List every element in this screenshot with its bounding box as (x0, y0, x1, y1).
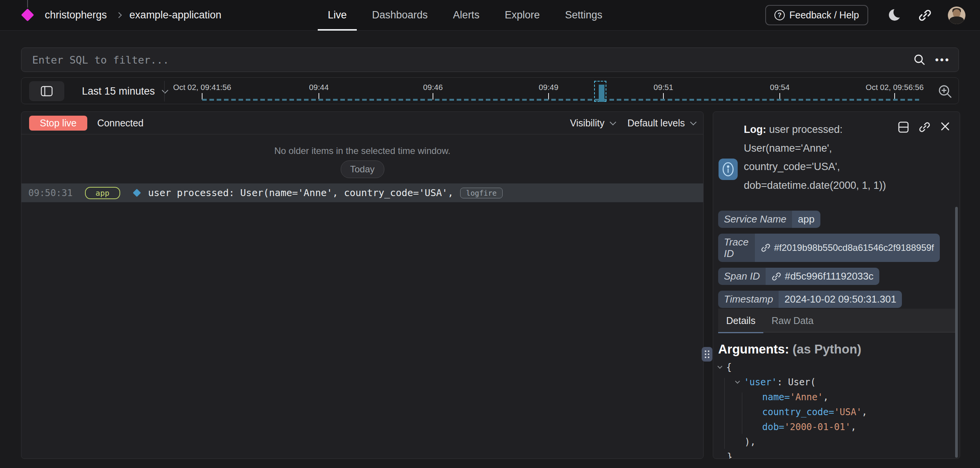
arguments-heading: Arguments: (as Python) (718, 342, 861, 357)
code-token: '2000-01-01' (784, 422, 851, 432)
arguments-code: {'user': User(name='Anne',country_code='… (718, 360, 867, 459)
dock-panel-icon[interactable] (898, 121, 909, 133)
sidebar-toggle-button[interactable] (29, 81, 64, 101)
chevron-down-icon (162, 87, 168, 93)
logfire-logo-icon[interactable] (23, 0, 33, 31)
feedback-help-label: Feedback / Help (789, 10, 859, 21)
breadcrumb-org[interactable]: christophergs (45, 9, 107, 21)
logo-stem (27, 0, 28, 8)
code-token: 'USA' (834, 407, 862, 417)
live-log-list: Stop live Connected Visibility Default l… (21, 111, 704, 459)
code-token: : (777, 377, 788, 388)
code-token: dob= (762, 422, 784, 432)
code-line: } (718, 449, 867, 459)
log-level-diamond-icon (133, 189, 141, 197)
logo-diamond (21, 8, 34, 21)
code-token: , (862, 407, 867, 417)
link-icon (761, 243, 771, 253)
search-icon[interactable] (913, 53, 926, 66)
empty-window-message: No older items in the selected time wind… (21, 146, 703, 156)
panel-resize-handle[interactable] (702, 347, 712, 362)
panel-actions (898, 121, 951, 133)
log-row[interactable]: 09:50:31 app user processed: User(name='… (21, 183, 703, 202)
tab-live[interactable]: Live (318, 0, 357, 31)
code-line: dob='2000-01-01', (718, 419, 867, 434)
nav-tabs: LiveDashboardsAlertsExploreSettings (318, 0, 617, 31)
tab-settings[interactable]: Settings (555, 0, 612, 31)
code-line: 'user': User( (718, 375, 867, 389)
info-level-icon (719, 159, 738, 180)
attribute-label: Timestamp (718, 291, 779, 308)
breadcrumb-chevron-icon (116, 12, 122, 18)
tab-explore[interactable]: Explore (495, 0, 550, 31)
attribute-label: Trace ID (718, 234, 755, 262)
top-nav: christophergs example-application LiveDa… (0, 0, 980, 31)
share-link-icon[interactable] (918, 8, 932, 22)
chevron-down-icon (690, 119, 697, 125)
sql-filter-bar: Enter SQL to filter... ••• (21, 47, 959, 72)
attribute-value: 2024-10-02 09:50:31.301 (779, 291, 902, 308)
timeline-bar: Last 15 minutes Oct 02, 09:41:5609:4409:… (21, 77, 959, 104)
code-token: { (726, 362, 732, 373)
default-levels-dropdown[interactable]: Default levels (627, 118, 695, 129)
feedback-help-button[interactable]: ? Feedback / Help (765, 5, 868, 25)
logfire-tag[interactable]: logfire (460, 188, 502, 198)
attribute-badges: Service NameappTrace ID#f2019b98b550cd8a… (718, 211, 940, 308)
sidebar-icon (41, 86, 53, 97)
code-token: } (727, 452, 732, 459)
attribute-value[interactable]: #d5c996f11192033c (766, 268, 879, 285)
histogram-spike (599, 85, 604, 102)
detail-tab-raw-data[interactable]: Raw Data (763, 309, 822, 332)
axis-tick-label: 09:46 (423, 83, 443, 92)
time-range-dropdown[interactable]: Last 15 minutes (82, 78, 167, 105)
list-toolbar: Stop live Connected Visibility Default l… (21, 112, 703, 134)
sql-filter-input[interactable]: Enter SQL to filter... (21, 54, 913, 66)
log-time: 09:50:31 (28, 188, 73, 198)
close-icon[interactable] (940, 121, 951, 132)
attribute-timestamp: Timestamp2024-10-02 09:50:31.301 (718, 291, 902, 308)
collapse-chevron-icon[interactable] (735, 379, 740, 384)
code-line: ), (718, 434, 867, 449)
question-icon: ? (774, 10, 785, 20)
attribute-trace-id[interactable]: Trace ID#f2019b98b550cd8a61546c2f9188959… (718, 234, 940, 262)
link-icon (771, 272, 781, 281)
header-right: ? Feedback / Help (765, 5, 965, 25)
user-avatar[interactable] (948, 7, 965, 24)
code-token: 'Anne' (790, 392, 823, 403)
breadcrumb-project[interactable]: example-application (129, 9, 221, 21)
today-button[interactable]: Today (340, 160, 384, 178)
tab-alerts[interactable]: Alerts (443, 0, 489, 31)
log-detail-title: Log: user processed: User(name='Anne', c… (744, 120, 892, 195)
code-token: country_code= (762, 407, 834, 417)
code-token: , (851, 422, 856, 432)
stop-live-button[interactable]: Stop live (29, 116, 87, 131)
axis-tick-label: 09:44 (309, 83, 328, 92)
log-detail-panel: Log: user processed: User(name='Anne', c… (713, 111, 960, 459)
detail-tabs: DetailsRaw Data (718, 309, 955, 332)
visibility-dropdown[interactable]: Visibility (570, 118, 614, 129)
axis-tick-label: Oct 02, 09:56:56 (866, 83, 924, 92)
dark-mode-toggle-icon[interactable] (888, 8, 902, 22)
axis-baseline (202, 99, 919, 101)
more-options-icon[interactable]: ••• (935, 54, 950, 66)
tab-dashboards[interactable]: Dashboards (362, 0, 438, 31)
code-token: 'user' (744, 377, 777, 388)
attribute-value[interactable]: #f2019b98b550cd8a61546c2f9188959f (755, 234, 940, 262)
attribute-label: Span ID (718, 268, 766, 285)
attribute-label: Service Name (718, 211, 792, 228)
copy-link-icon[interactable] (918, 121, 931, 133)
code-token: User( (788, 377, 816, 388)
axis-tick-label: 09:51 (653, 83, 673, 92)
attribute-value: app (792, 211, 820, 228)
logfire-live-page: christophergs example-application LiveDa… (0, 0, 980, 468)
attribute-service-name: Service Nameapp (718, 211, 820, 228)
panel-scrollbar[interactable] (955, 207, 958, 458)
code-token: ), (745, 437, 756, 447)
attribute-span-id[interactable]: Span ID#d5c996f11192033c (718, 268, 879, 285)
detail-tab-details[interactable]: Details (718, 309, 763, 332)
code-line: { (718, 360, 867, 375)
service-badge[interactable]: app (85, 187, 120, 199)
zoom-in-icon[interactable] (937, 83, 953, 100)
code-line: name='Anne', (718, 389, 867, 404)
collapse-chevron-icon[interactable] (717, 364, 722, 369)
